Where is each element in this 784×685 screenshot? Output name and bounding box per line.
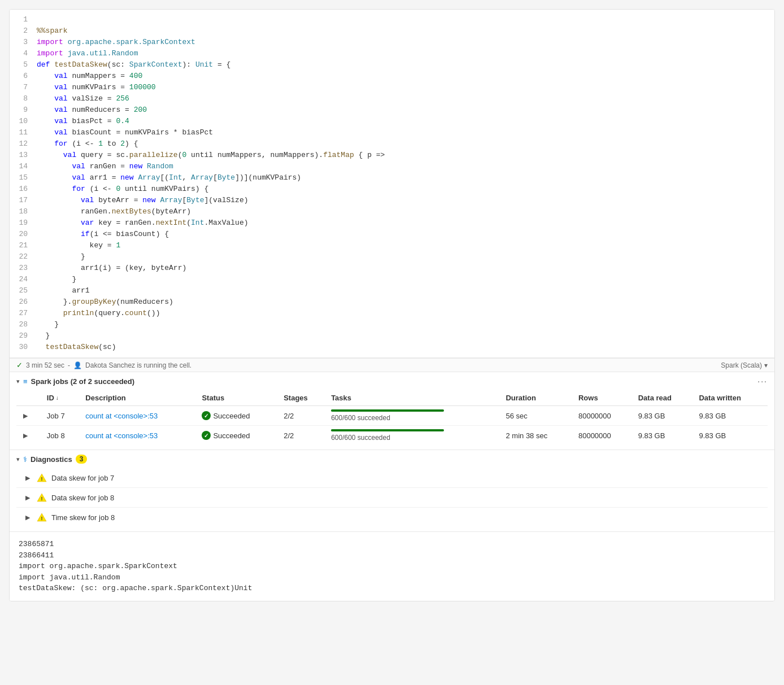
code-line-1: 1 (10, 14, 774, 25)
user-icon: 👤 (73, 361, 82, 369)
output-area: 23865871 23866411 import org.apache.spar… (10, 531, 774, 601)
job8-status: Succeeded (202, 431, 275, 440)
code-line-14: 14 val ranGen = new Random (10, 161, 774, 172)
job8-progress-bg (331, 429, 444, 431)
code-line-13: 13 val query = sc.parallelize(0 until nu… (10, 150, 774, 161)
job8-dataread: 9.83 GB (638, 431, 665, 440)
user-text: Dakota Sanchez is running the cell. (85, 361, 191, 369)
warning-icon-3: ! (37, 512, 47, 522)
more-options-icon[interactable]: ··· (757, 377, 768, 386)
diagnostics-title: Diagnostics (31, 455, 72, 464)
diagnostics-item-2[interactable]: ▶ ! Data skew for job 8 (16, 488, 768, 508)
code-line-30: 30 testDataSkew(sc) (10, 342, 774, 353)
job7-status-cell: Succeeded (197, 406, 279, 426)
code-line-29: 29 } (10, 330, 774, 342)
col-rows: Rows (574, 390, 634, 406)
code-line-3: 3 import org.apache.spark.SparkContext (10, 37, 774, 48)
diag-item-1-label: Data skew for job 7 (51, 474, 114, 482)
job7-progress-bg (331, 409, 444, 412)
job7-dataread-cell: 9.83 GB (634, 406, 695, 426)
job8-datawritten: 9.83 GB (699, 431, 726, 440)
code-area: 1 2 %%spark 3 import org.apache.spark.Sp… (10, 10, 774, 358)
notebook-cell: 1 2 %%spark 3 import org.apache.spark.Sp… (9, 9, 775, 601)
col-id[interactable]: ID ↓ (42, 390, 81, 406)
job8-desc-cell: count at <console>:53 (81, 426, 197, 446)
job7-datawritten-cell: 9.83 GB (694, 406, 768, 426)
kernel-selector[interactable]: Spark (Scala) ▾ (721, 361, 768, 369)
spark-jobs-title: Spark jobs (2 of 2 succeeded) (31, 377, 135, 386)
expand-diag3-button[interactable]: ▶ (23, 513, 32, 522)
col-status: Status (197, 390, 279, 406)
diagnostics-collapse-btn[interactable]: ▾ ⚕ Diagnostics 3 (16, 455, 768, 464)
expand-job7-button[interactable]: ▶ (21, 411, 30, 421)
svg-text:!: ! (41, 496, 43, 501)
diagnostics-icon: ⚕ (23, 455, 27, 464)
job7-link[interactable]: count at <console>:53 (85, 412, 158, 420)
output-line-5: testDataSkew: (sc: org.apache.spark.Spar… (19, 583, 765, 594)
job8-rows-cell: 80000000 (574, 426, 634, 446)
job7-status: Succeeded (202, 411, 275, 420)
code-line-23: 23 arr1(i) = (key, byteArr) (10, 263, 774, 274)
kernel-label: Spark (Scala) (721, 361, 762, 369)
code-line-6: 6 val numMappers = 400 (10, 71, 774, 82)
job7-progress: 600/600 succeeded (331, 409, 444, 422)
job8-stages-cell: 2/2 (279, 426, 326, 446)
col-data-written: Data written (694, 390, 768, 406)
spark-jobs-collapse-btn[interactable]: ▾ ≡ Spark jobs (2 of 2 succeeded) (16, 377, 134, 386)
code-line-16: 16 for (i <- 0 until numKVPairs) { (10, 184, 774, 195)
expand-job8-button[interactable]: ▶ (21, 431, 30, 440)
job7-id-cell: Job 7 (42, 406, 81, 426)
job7-duration: 56 sec (506, 412, 527, 420)
table-row: ▶ Job 8 count at <console>:53 Succeeded (16, 426, 768, 446)
timing-text: 3 min 52 sec (26, 361, 64, 369)
job8-duration-cell: 2 min 38 sec (501, 426, 573, 446)
diagnostics-section: ▾ ⚕ Diagnostics 3 ▶ ! Data skew for job … (10, 450, 774, 531)
code-line-28: 28 } (10, 319, 774, 330)
code-line-15: 15 val arr1 = new Array[(Int, Array[Byte… (10, 172, 774, 184)
col-expand (16, 390, 42, 406)
job7-success-icon (202, 411, 211, 420)
job7-duration-cell: 56 sec (501, 406, 573, 426)
diagnostics-item-1[interactable]: ▶ ! Data skew for job 7 (16, 468, 768, 488)
sort-icon: ↓ (56, 395, 59, 401)
code-line-21: 21 key = 1 (10, 240, 774, 251)
job8-success-icon (202, 431, 211, 440)
code-line-10: 10 val biasPct = 0.4 (10, 116, 774, 127)
output-line-1: 23865871 (19, 539, 765, 550)
code-line-19: 19 var key = ranGen.nextInt(Int.MaxValue… (10, 217, 774, 229)
job7-id: Job 7 (47, 412, 65, 420)
table-row: ▶ Job 7 count at <console>:53 Succeeded (16, 406, 768, 426)
code-line-11: 11 val biasCount = numKVPairs * biasPct (10, 127, 774, 138)
chevron-down-icon: ▾ (764, 361, 768, 369)
code-line-2: 2 %%spark (10, 25, 774, 37)
spark-jobs-table: ID ↓ Description Status Stages Tasks Dur… (16, 390, 768, 445)
job8-status-label: Succeeded (213, 431, 250, 440)
job8-datawritten-cell: 9.83 GB (694, 426, 768, 446)
code-line-4: 4 import java.util.Random (10, 48, 774, 59)
expand-cell[interactable]: ▶ (16, 406, 42, 426)
warning-icon-1: ! (37, 473, 47, 483)
cell-footer: ✓ 3 min 52 sec - 👤 Dakota Sanchez is run… (10, 358, 774, 372)
job8-link[interactable]: count at <console>:53 (85, 431, 158, 440)
spark-jobs-header: ▾ ≡ Spark jobs (2 of 2 succeeded) ··· (16, 377, 768, 386)
job8-tasks-text: 600/600 succeeded (331, 434, 390, 442)
job8-progress-fill (331, 429, 444, 431)
code-line-12: 12 for (i <- 1 to 2) { (10, 138, 774, 150)
expand-diag1-button[interactable]: ▶ (23, 473, 32, 483)
output-line-2: 23866411 (19, 550, 765, 561)
expand-diag2-button[interactable]: ▶ (23, 493, 32, 503)
spark-jobs-section: ▾ ≡ Spark jobs (2 of 2 succeeded) ··· ID… (10, 372, 774, 450)
output-line-4: import java.util.Random (19, 572, 765, 583)
job7-datawritten: 9.83 GB (699, 412, 726, 420)
job8-stages: 2/2 (284, 431, 294, 440)
success-check-icon: ✓ (16, 361, 23, 369)
job8-tasks-cell: 600/600 succeeded (326, 426, 501, 446)
job7-dataread: 9.83 GB (638, 412, 665, 420)
code-line-5: 5 def testDataSkew(sc: SparkContext): Un… (10, 59, 774, 71)
diagnostics-item-3[interactable]: ▶ ! Time skew for job 8 (16, 508, 768, 527)
expand-cell[interactable]: ▶ (16, 426, 42, 446)
col-data-read: Data read (634, 390, 695, 406)
col-description: Description (81, 390, 197, 406)
diagnostics-chevron-icon: ▾ (16, 456, 20, 463)
table-header-row: ID ↓ Description Status Stages Tasks Dur… (16, 390, 768, 406)
